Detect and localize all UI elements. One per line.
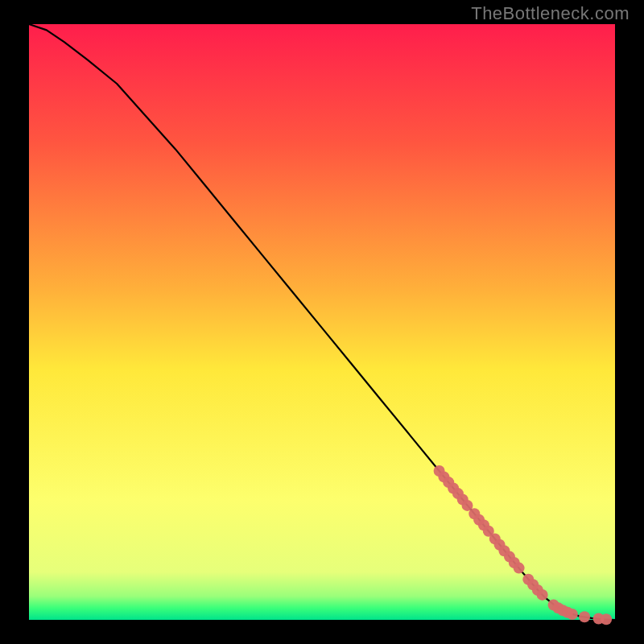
highlight-point: [579, 611, 590, 622]
highlight-point: [601, 613, 612, 625]
highlight-point: [537, 589, 548, 601]
highlight-point: [567, 609, 578, 620]
watermark-text: TheBottleneck.com: [471, 3, 630, 24]
highlight-point: [514, 563, 525, 574]
chart-frame: TheBottleneck.com: [0, 0, 644, 644]
chart-svg: [0, 0, 644, 644]
heatmap-background: [29, 24, 615, 620]
